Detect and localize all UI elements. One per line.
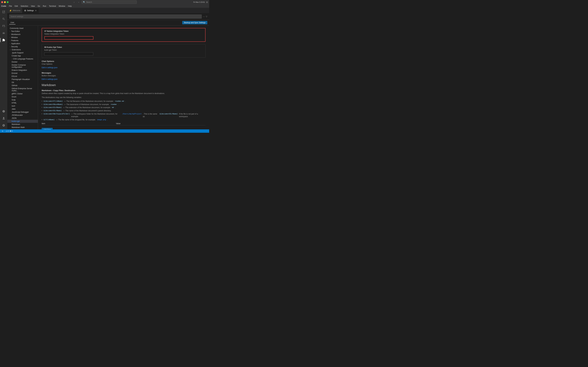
forward-button[interactable]: › (77, 0, 80, 4)
sidebar-item-scm[interactable] (0, 23, 7, 29)
chevron-down-icon: ∨ (10, 49, 11, 50)
settings-toc: Commonly Used › Text Editor › Workbench … (7, 25, 38, 129)
sidebar-item-extensions[interactable] (0, 37, 7, 43)
settings-search-input[interactable] (9, 15, 202, 18)
tab-settings-label: Settings (27, 9, 34, 12)
toc-security[interactable]: › Security (7, 45, 38, 48)
table-header-value: Value (116, 122, 206, 125)
messages-section: Messages Button messages Edit in setting… (42, 72, 206, 80)
toc-drawio[interactable]: Draw.io Integration (7, 69, 38, 72)
toc-window[interactable]: › Window (7, 36, 38, 39)
menu-view[interactable]: View (30, 5, 36, 8)
sidebar-item-search[interactable] (0, 16, 7, 22)
filter-modified-icon[interactable]: ⋯ (203, 16, 205, 18)
menu-file[interactable]: File (8, 5, 13, 8)
kudos-token-subtitle: kudo-gpt Token (44, 49, 203, 51)
messages-subtitle: Button messages (42, 75, 206, 77)
menu-terminal[interactable]: Terminal (48, 5, 57, 8)
toc-grunt[interactable]: Grunt (7, 95, 38, 98)
titlebar-center: ‹ › 🔍 Search (72, 0, 137, 4)
toc-text-editor[interactable]: › Text Editor (7, 30, 38, 33)
account-icon[interactable] (0, 115, 7, 122)
toc-create-app[interactable]: Create App (7, 54, 38, 57)
toc-gulp[interactable]: Gulp (7, 98, 38, 101)
toc-jsobfuscator[interactable]: JSObfuscator (7, 114, 38, 117)
menu-help[interactable]: Help (67, 5, 73, 8)
chevron-right-icon: › (10, 34, 10, 35)
toc-extensions[interactable]: ∨ Extensions (7, 48, 38, 51)
remote-status-item[interactable]: ⊙ (1, 129, 4, 133)
toc-github[interactable]: GitHub (7, 84, 38, 87)
toc-eslint[interactable]: ESLint (7, 75, 38, 78)
notion-token-subtitle: Notion Integration Token (44, 33, 203, 35)
errors-count-item[interactable]: ⚠ 0 ✖ 0 (5, 129, 13, 133)
remote-icon: ⊙ (2, 130, 3, 132)
markdown-section-header: Markdown (42, 83, 206, 87)
toc-github-enterprise[interactable]: GitHub Enterprise Server Authe... (7, 87, 38, 92)
chat-options-section: Chat Options Chat Options Edit in settin… (42, 60, 206, 69)
notion-token-card: 07 Notion Integration Token Notion Integ… (42, 28, 206, 42)
toc-workbench[interactable]: › Workbench (7, 33, 38, 36)
tab-settings-close[interactable]: ✕ (35, 9, 37, 12)
menu-go[interactable]: Go (36, 5, 41, 8)
chat-options-edit-link[interactable]: Edit in settings.json (42, 67, 57, 69)
kudos-token-input[interactable] (44, 52, 93, 56)
list-item: ${documentWorkspaceFolder} — The workspa… (42, 112, 206, 118)
toc-jake[interactable]: Jake (7, 108, 38, 110)
toc-grpc[interactable]: gRPC Clicker (7, 92, 38, 95)
tab-settings[interactable]: ⚙ Settings ✕ (22, 8, 39, 13)
toc-flamegraph[interactable]: Flamegraph Visualizer (7, 78, 38, 81)
titlebar: ‹ › 🔍 Search Fri Nov 3 23:01 ⊞ (0, 0, 209, 4)
messages-edit-link[interactable]: Edit in settings.json (42, 78, 57, 80)
toc-isort[interactable]: isort (7, 104, 38, 108)
close-button[interactable] (1, 1, 3, 3)
manage-icon[interactable] (0, 122, 7, 129)
toc-git[interactable]: Git (7, 81, 38, 84)
tab-bar: ⚡ Welcome ⚙ Settings ✕ (7, 8, 209, 13)
sidebar-item-explorer[interactable] (0, 8, 7, 15)
notion-token-input[interactable] (44, 36, 93, 40)
minimize-button[interactable] (4, 1, 6, 3)
menu-edit[interactable]: Edit (13, 5, 19, 8)
settings-main: Commonly Used › Text Editor › Workbench … (7, 25, 209, 129)
menu-bar: Code File Edit Selection View Go Run Ter… (0, 4, 209, 8)
traffic-lights (1, 1, 9, 3)
layout-icon[interactable]: ⊞ (206, 1, 208, 3)
global-search[interactable]: 🔍 Search (82, 0, 137, 4)
toc-markdown-math[interactable]: Markdown Math (7, 126, 38, 129)
kudos-token-title: 08 Kudos Gpt Token (44, 46, 203, 48)
toc-css-language[interactable]: › CSS Language Features (7, 57, 38, 60)
menu-selection[interactable]: Selection (19, 5, 29, 8)
toc-html[interactable]: HTML (7, 101, 38, 104)
toc-ipynb-support[interactable]: .ipynb Support (7, 51, 38, 54)
back-button[interactable]: ‹ (72, 0, 76, 4)
add-item-button[interactable]: Add Item (42, 128, 53, 129)
scope-user-tab[interactable]: User (9, 21, 16, 25)
remote-icon[interactable] (0, 108, 7, 115)
filter-icon[interactable]: ▽ (206, 16, 207, 18)
toc-emmet[interactable]: Emmet (7, 72, 38, 75)
toc-commonly-used[interactable]: Commonly Used (7, 27, 38, 30)
toc-kudos-gpt[interactable]: kudos-gpt (7, 120, 38, 123)
tab-welcome[interactable]: ⚡ Welcome (7, 8, 22, 13)
toc-js-debugger[interactable]: JavaScript Debugger (7, 110, 38, 114)
markdown-copy-dest-section: Markdown › Copy Files: Destination Defin… (42, 89, 206, 129)
toc-application[interactable]: › Application (7, 42, 38, 45)
chevron-right-icon: › (10, 31, 10, 32)
search-icon: 🔍 (83, 1, 85, 3)
app-body: ⚡ Welcome ⚙ Settings ✕ ⋯ ▽ User (0, 8, 209, 129)
sidebar-item-debug[interactable] (0, 30, 7, 36)
toc-features[interactable]: › Features (7, 39, 38, 42)
toc-docker[interactable]: Docker (7, 60, 38, 63)
status-bar-left: ⊙ ⚠ 0 ✖ 0 (1, 129, 13, 133)
maximize-button[interactable] (7, 1, 9, 3)
toc-json[interactable]: JSON (7, 117, 38, 120)
toc-docker-compose[interactable]: Docker Compose configuration (7, 63, 38, 69)
item-value-table: Item Value (42, 122, 206, 125)
tab-welcome-label: Welcome (13, 9, 20, 12)
backup-sync-button[interactable]: Backup and Sync Settings (182, 21, 207, 24)
menu-window[interactable]: Window (57, 5, 67, 8)
toc-markdown[interactable]: Markdown (7, 123, 38, 126)
kudos-token-card: 08 Kudos Gpt Token kudo-gpt Token (42, 44, 206, 58)
menu-run[interactable]: Run (42, 5, 47, 8)
